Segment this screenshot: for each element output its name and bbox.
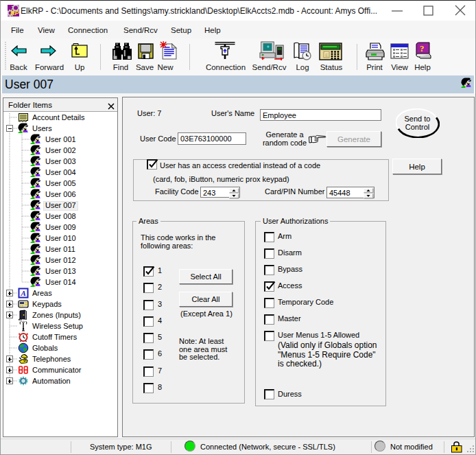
svg-text:RP: RP — [10, 10, 19, 16]
svg-text:E: E — [325, 52, 329, 58]
svg-text:?: ? — [420, 43, 425, 54]
